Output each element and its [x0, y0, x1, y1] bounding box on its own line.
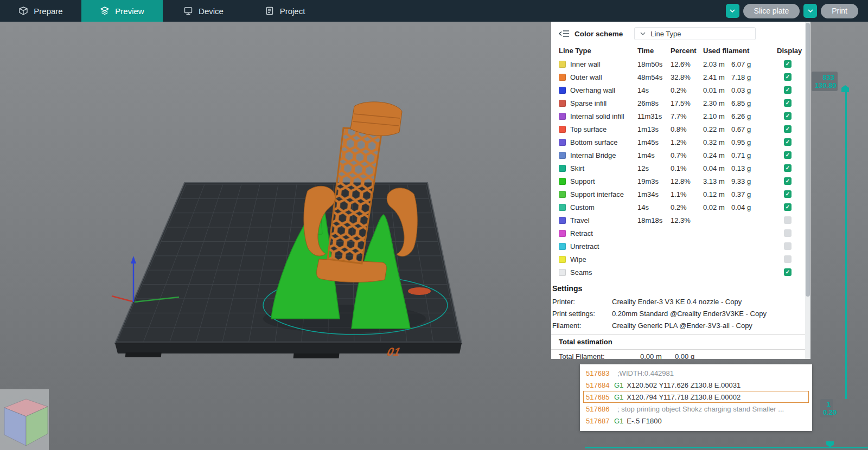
plate-clip	[293, 353, 340, 358]
line-type-table-header: Line Type Time Percent Used filament Dis…	[551, 43, 805, 57]
color-scheme-row: Color scheme Line Type	[551, 22, 805, 43]
display-checkbox[interactable]	[784, 99, 792, 107]
display-checkbox[interactable]	[784, 86, 792, 94]
tab-label: Project	[280, 7, 305, 16]
tab-preview[interactable]: Preview	[81, 0, 163, 22]
gcode-command: G1	[614, 417, 623, 425]
percent-value: 12.8%	[671, 177, 699, 185]
display-checkbox[interactable]	[784, 164, 792, 172]
tab-label: Prepare	[34, 7, 62, 16]
line-type-row: Unretract	[551, 240, 805, 253]
line-type-color-swatch	[559, 230, 566, 237]
settings-value: Creality Ender-3 V3 KE 0.4 nozzle - Copy	[612, 298, 805, 306]
gcode-line[interactable]: 517686 ; stop printing object Shokz char…	[583, 403, 809, 415]
line-type-label: Inner wall	[570, 60, 634, 68]
time-value: 19m3s	[637, 177, 667, 185]
slice-dropdown-button[interactable]	[726, 4, 739, 18]
display-checkbox[interactable]	[784, 255, 792, 263]
line-type-label: Unretract	[570, 242, 634, 250]
gcode-line[interactable]: 517687 G1 E-.5 F1800	[583, 415, 809, 427]
display-checkbox[interactable]	[784, 73, 792, 81]
filament-length-value: 0.32 m	[703, 138, 727, 146]
layer-slider-track[interactable]	[845, 92, 847, 399]
display-checkbox[interactable]	[784, 190, 792, 198]
print-button[interactable]: Print	[821, 4, 858, 18]
display-checkbox[interactable]	[784, 125, 792, 133]
line-type-label: Custom	[570, 203, 634, 211]
filament-weight-value: 6.85 g	[731, 99, 757, 107]
prepare-cube-icon	[18, 6, 28, 16]
display-checkbox[interactable]	[784, 138, 792, 146]
settings-value: Creality Generic PLA @Ender-3V3-all - Co…	[612, 322, 805, 330]
total-filament-label: Total Filament:	[559, 352, 640, 359]
total-filament-weight: 0.00 g	[675, 352, 805, 359]
line-type-row: Wipe	[551, 253, 805, 266]
line-type-row: Retract	[551, 227, 805, 240]
line-type-label: Travel	[570, 216, 634, 224]
top-toolbar: Prepare Preview Device Project Slice pla…	[0, 0, 868, 22]
column-header-time: Time	[637, 47, 667, 55]
total-filament-row: Total Filament: 0.00 m 0.00 g	[551, 350, 805, 359]
gcode-line-number: 517686	[586, 405, 614, 413]
orientation-view-cube[interactable]	[0, 389, 49, 450]
display-checkbox[interactable]	[784, 203, 792, 211]
display-checkbox[interactable]	[784, 177, 792, 185]
preview-layers-icon	[100, 6, 110, 16]
line-type-color-swatch	[559, 74, 566, 81]
print-dropdown-button[interactable]	[803, 4, 817, 18]
color-scheme-selected-value: Line Type	[650, 30, 681, 38]
percent-value: 0.7%	[671, 151, 699, 159]
line-type-label: Overhang wall	[570, 86, 634, 94]
time-value: 26m8s	[637, 99, 667, 107]
gcode-arguments: X120.502 Y117.626 Z130.8 E.00031	[627, 381, 741, 389]
line-type-row: Top surface 1m13s 0.8% 0.22 m 0.67 g	[551, 123, 805, 136]
plate-clip	[125, 352, 162, 357]
display-checkbox[interactable]	[784, 151, 792, 159]
filament-length-value: 2.10 m	[703, 112, 727, 120]
display-checkbox[interactable]	[784, 242, 792, 250]
panel-scrollbar	[805, 22, 810, 359]
line-type-color-swatch	[559, 152, 566, 159]
filament-weight-value: 6.26 g	[731, 112, 757, 120]
column-header-line-type: Line Type	[559, 47, 634, 55]
tab-project[interactable]: Project	[244, 0, 326, 22]
gcode-command: G1	[614, 393, 623, 401]
color-scheme-select[interactable]: Line Type	[634, 27, 756, 40]
line-type-row: Internal Bridge 1m4s 0.7% 0.24 m 0.71 g	[551, 149, 805, 162]
display-checkbox[interactable]	[784, 216, 792, 224]
slice-plate-button[interactable]: Slice plate	[743, 4, 800, 18]
gcode-line[interactable]: 517685 G1 X120.794 Y117.718 Z130.8 E.000…	[583, 391, 809, 403]
display-checkbox[interactable]	[784, 229, 792, 237]
line-type-color-swatch	[559, 126, 566, 133]
plate-number-label: 01	[386, 345, 401, 358]
line-type-color-swatch	[559, 191, 566, 198]
gcode-line[interactable]: 517683 ;WIDTH:0.442981	[583, 367, 809, 379]
settings-row: Printer: Creality Ender-3 V3 KE 0.4 nozz…	[551, 295, 805, 307]
panel-scrollbar-thumb[interactable]	[806, 23, 810, 297]
settings-row: Print settings: 0.20mm Standard @Crealit…	[551, 307, 805, 319]
filament-length-value: 2.03 m	[703, 60, 727, 68]
line-type-row: Travel 18m18s 12.3%	[551, 214, 805, 227]
line-type-color-swatch	[559, 61, 566, 68]
tab-device[interactable]: Device	[163, 0, 244, 22]
tab-prepare[interactable]: Prepare	[0, 0, 81, 22]
display-checkbox[interactable]	[784, 60, 792, 68]
line-type-row: Support 19m3s 12.8% 3.13 m 9.33 g	[551, 175, 805, 188]
step-slider-track[interactable]	[585, 447, 868, 448]
collapse-panel-icon[interactable]	[559, 30, 570, 37]
filament-weight-value: 9.33 g	[731, 177, 757, 185]
gcode-line-panel: 517683 ;WIDTH:0.442981 517684 G1 X120.50…	[580, 364, 812, 431]
display-checkbox[interactable]	[784, 268, 792, 276]
percent-value: 0.1%	[671, 164, 699, 172]
line-type-label: Top surface	[570, 125, 634, 133]
filament-weight-value: 0.04 g	[731, 203, 757, 211]
settings-list: Printer: Creality Ender-3 V3 KE 0.4 nozz…	[551, 295, 805, 331]
current-layer-height: 130.80	[815, 81, 834, 89]
settings-value: 0.20mm Standard @Creality Ender3V3KE - C…	[612, 310, 805, 318]
time-value: 14s	[637, 203, 667, 211]
percent-value: 12.6%	[671, 60, 699, 68]
filament-length-value: 2.41 m	[703, 73, 727, 81]
percent-value: 32.8%	[671, 73, 699, 81]
display-checkbox[interactable]	[784, 112, 792, 120]
gcode-line[interactable]: 517684 G1 X120.502 Y117.626 Z130.8 E.000…	[583, 379, 809, 391]
